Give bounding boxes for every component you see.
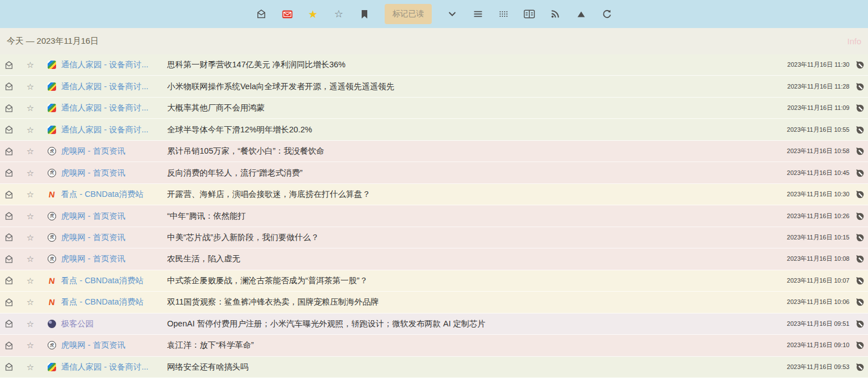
star-outline-icon[interactable]: ☆ (333, 8, 344, 20)
unread-envelope-icon[interactable] (4, 319, 14, 328)
publish-icon[interactable] (856, 61, 864, 69)
unread-envelope-icon[interactable] (4, 61, 14, 70)
star-toggle-icon[interactable]: ☆ (26, 190, 35, 199)
publish-icon[interactable] (856, 126, 864, 134)
article-row[interactable]: ☆ 虎 虎嗅网 - 首页资讯 中美“芯片战”步入新阶段，我们要做什么？ 2023… (0, 227, 868, 248)
feed-link[interactable]: 通信人家园 - 设备商讨... (61, 362, 158, 372)
refresh-icon[interactable] (601, 8, 612, 20)
unread-envelope-icon[interactable] (4, 82, 14, 91)
publish-icon[interactable] (856, 341, 864, 349)
list-icon[interactable] (472, 8, 483, 20)
unread-envelope-icon[interactable] (4, 190, 14, 199)
star-toggle-icon[interactable]: ☆ (26, 363, 35, 371)
publish-icon[interactable] (856, 363, 864, 371)
article-title[interactable]: 小米物联网操作系统Vela向全球开发者开源，遥遥领先遥遥领先 (167, 81, 394, 92)
feed-link[interactable]: 看点 - CBNData消费站 (61, 275, 158, 286)
unread-envelope-icon[interactable] (4, 211, 14, 220)
unread-envelope-icon[interactable] (4, 104, 14, 113)
article-title[interactable]: OpenAI 暂停付费用户注册；小米汽车曝光外观照，轿跑设计；微软发布两款 AI… (167, 319, 486, 329)
unread-envelope-icon[interactable] (4, 298, 14, 307)
feed-link[interactable]: 虎嗅网 - 首页资讯 (61, 146, 158, 156)
feed-link[interactable]: 通信人家园 - 设备商讨... (61, 59, 158, 70)
bookmark-icon[interactable] (359, 8, 370, 20)
article-row[interactable]: ☆ 通信人家园 - 设备商讨... 全球半导体今年下滑12%明年增长20.2% … (0, 119, 868, 140)
article-title[interactable]: 中美“芯片战”步入新阶段，我们要做什么？ (167, 232, 319, 243)
feed-link[interactable]: 通信人家园 - 设备商讨... (61, 103, 158, 113)
article-row[interactable]: ☆ N 看点 - CBNData消费站 开露营、海鲜店，演唱会接歌迷，海底捞在打… (0, 184, 868, 205)
article-title[interactable]: 农民生活，陷入虚无 (167, 253, 241, 264)
publish-icon[interactable] (856, 276, 864, 285)
star-toggle-icon[interactable]: ☆ (26, 298, 35, 306)
publish-icon[interactable] (856, 212, 864, 220)
publish-icon[interactable] (856, 320, 864, 328)
unread-envelope-icon[interactable] (4, 255, 14, 264)
feed-link[interactable]: 极客公园 (61, 319, 158, 329)
article-row[interactable]: ☆ 通信人家园 - 设备商讨... 小米物联网操作系统Vela向全球开发者开源，… (0, 76, 868, 97)
article-row[interactable]: ☆ N 看点 - CBNData消费站 中式茶企屡败屡战，澜沧古茶能否成为“普洱… (0, 270, 868, 292)
publish-icon[interactable] (856, 298, 864, 306)
article-title[interactable]: 反向消费的年轻人，流行“蹭老式消费” (167, 168, 303, 178)
unread-envelope-icon[interactable] (4, 125, 14, 134)
star-toggle-icon[interactable]: ☆ (26, 255, 35, 263)
star-toggle-icon[interactable]: ☆ (26, 276, 35, 285)
article-title[interactable]: 全球半导体今年下滑12%明年增长20.2% (167, 125, 312, 135)
article-title[interactable]: 思科第一财季营收147亿美元 净利润同比增长36% (167, 59, 345, 70)
chevron-down-icon[interactable] (446, 8, 458, 20)
publish-icon[interactable] (856, 255, 864, 263)
feed-link[interactable]: 看点 - CBNData消费站 (61, 189, 158, 200)
mark-read-button[interactable]: 标记已读 (385, 4, 432, 24)
star-filled-icon[interactable]: ★ (307, 8, 318, 20)
article-title[interactable]: 累计吊销105万家，“餐饮小白”：我没餐饮命 (167, 146, 324, 156)
unread-envelope-icon[interactable] (4, 362, 14, 371)
article-title[interactable]: 双11国货观察：鲨鱼裤冲锋衣热卖，国牌宠粮压制海外品牌 (167, 297, 379, 307)
triangle-up-icon[interactable] (575, 8, 587, 20)
article-row[interactable]: ☆ 通信人家园 - 设备商讨... 网络安全还有啥搞头吗 2023年11月16日… (0, 357, 868, 378)
star-toggle-icon[interactable]: ☆ (26, 341, 35, 349)
article-title[interactable]: 网络安全还有啥搞头吗 (167, 362, 248, 372)
publish-icon[interactable] (856, 233, 864, 242)
article-title[interactable]: 袁江洋：放下“科学革命” (167, 340, 254, 351)
article-title[interactable]: 开露营、海鲜店，演唱会接歌迷，海底捞在打什么算盘？ (167, 189, 371, 200)
star-toggle-icon[interactable]: ☆ (26, 104, 35, 112)
article-row[interactable]: ☆ 虎 虎嗅网 - 首页资讯 累计吊销105万家，“餐饮小白”：我没餐饮命 20… (0, 141, 868, 162)
book-icon[interactable] (524, 8, 535, 20)
feed-link[interactable]: 通信人家园 - 设备商讨... (61, 81, 158, 92)
star-toggle-icon[interactable]: ☆ (26, 126, 35, 134)
unread-envelope-icon[interactable] (4, 147, 14, 156)
feed-link[interactable]: 通信人家园 - 设备商讨... (61, 125, 158, 135)
feed-link[interactable]: 虎嗅网 - 首页资讯 (61, 168, 158, 178)
star-toggle-icon[interactable]: ☆ (26, 147, 35, 155)
publish-icon[interactable] (856, 190, 864, 199)
unread-envelope-icon[interactable] (4, 168, 14, 177)
feed-link[interactable]: 看点 - CBNData消费站 (61, 297, 158, 307)
rss-icon[interactable] (550, 8, 561, 20)
feed-link[interactable]: 虎嗅网 - 首页资讯 (61, 253, 158, 264)
feed-link[interactable]: 虎嗅网 - 首页资讯 (61, 232, 158, 243)
article-row[interactable]: ☆ 极客公园 OpenAI 暂停付费用户注册；小米汽车曝光外观照，轿跑设计；微软… (0, 314, 868, 335)
article-title[interactable]: “中年”腾讯：依然能打 (167, 211, 246, 222)
star-toggle-icon[interactable]: ☆ (26, 82, 35, 91)
feed-link[interactable]: 虎嗅网 - 首页资讯 (61, 340, 158, 351)
star-toggle-icon[interactable]: ☆ (26, 320, 35, 328)
publish-icon[interactable] (856, 82, 864, 91)
publish-icon[interactable] (856, 147, 864, 155)
article-row[interactable]: ☆ 通信人家园 - 设备商讨... 大概率其他厂商不会用鸿蒙 2023年11月1… (0, 98, 868, 119)
star-toggle-icon[interactable]: ☆ (26, 233, 35, 242)
article-title[interactable]: 中式茶企屡败屡战，澜沧古茶能否成为“普洱茶第一股”？ (167, 275, 368, 286)
unread-envelope-icon[interactable] (4, 341, 14, 350)
unread-envelope-icon[interactable] (4, 233, 14, 242)
unread-envelope-icon[interactable] (4, 276, 14, 285)
article-row[interactable]: ☆ 虎 虎嗅网 - 首页资讯 农民生活，陷入虚无 2023年11月16日 10:… (0, 248, 868, 270)
star-toggle-icon[interactable]: ☆ (26, 212, 35, 220)
feed-link[interactable]: 虎嗅网 - 首页资讯 (61, 211, 158, 222)
article-row[interactable]: ☆ 虎 虎嗅网 - 首页资讯 袁江洋：放下“科学革命” 2023年11月16日 … (0, 335, 868, 356)
article-row[interactable]: ☆ 虎 虎嗅网 - 首页资讯 “中年”腾讯：依然能打 2023年11月16日 1… (0, 205, 868, 227)
star-toggle-icon[interactable]: ☆ (26, 61, 35, 69)
article-row[interactable]: ☆ 虎 虎嗅网 - 首页资讯 反向消费的年轻人，流行“蹭老式消费” 2023年1… (0, 162, 868, 183)
mail-icon[interactable] (281, 8, 293, 20)
article-row[interactable]: ☆ N 看点 - CBNData消费站 双11国货观察：鲨鱼裤冲锋衣热卖，国牌宠… (0, 292, 868, 313)
publish-icon[interactable] (856, 104, 864, 112)
star-toggle-icon[interactable]: ☆ (26, 169, 35, 177)
publish-icon[interactable] (856, 169, 864, 177)
article-row[interactable]: ☆ 通信人家园 - 设备商讨... 思科第一财季营收147亿美元 净利润同比增长… (0, 54, 868, 76)
